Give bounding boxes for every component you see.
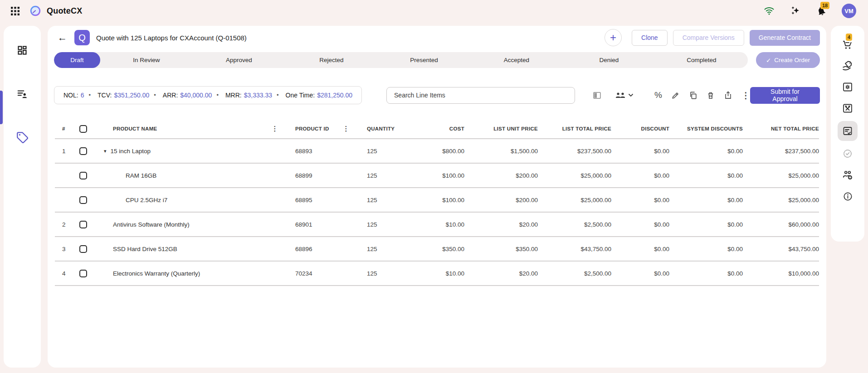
row-checkbox[interactable] — [79, 172, 87, 179]
copy-icon[interactable] — [689, 91, 697, 100]
discount: $0.00 — [611, 246, 669, 252]
row-checkbox[interactable] — [79, 270, 87, 277]
status-pipeline: Draft In Review Approved Rejected Presen… — [54, 52, 820, 68]
deal-hand-tag-icon[interactable] — [838, 57, 858, 74]
row-checkbox[interactable] — [79, 147, 87, 155]
stage-denied[interactable]: Denied — [563, 57, 655, 63]
product-name: CPU 2.5GHz i7 — [126, 197, 167, 203]
row-checkbox[interactable] — [79, 196, 87, 204]
compare-versions-button[interactable]: Compare Versions — [673, 30, 744, 46]
column-view-icon[interactable] — [592, 91, 602, 100]
search-line-items-input[interactable] — [386, 87, 575, 104]
more-options-icon[interactable]: ⋮ — [741, 90, 750, 101]
system-discounts: $0.00 — [669, 197, 743, 203]
col-net-total-price[interactable]: NET TOTAL PRICE — [743, 126, 819, 131]
col-system-discounts[interactable]: SYSTEM DISCOUNTS — [669, 126, 743, 131]
info-icon[interactable] — [838, 188, 858, 205]
quantity: 125 — [354, 270, 403, 277]
cart-icon[interactable]: 4 — [838, 36, 858, 53]
list-unit-price: $200.00 — [464, 197, 538, 203]
discount: $0.00 — [611, 148, 669, 155]
quantity: 125 — [354, 172, 403, 179]
delete-trash-icon[interactable] — [707, 91, 715, 100]
notifications-bell-icon[interactable]: 18 — [816, 6, 826, 16]
approval-badge-icon[interactable] — [838, 145, 858, 162]
net-total-price: $237,500.00 — [743, 148, 819, 155]
col-list-unit-price[interactable]: LIST UNIT PRICE — [464, 126, 538, 131]
right-sidebar: 4 — [831, 26, 864, 242]
discount: $0.00 — [611, 270, 669, 277]
system-discounts: $0.00 — [669, 221, 743, 228]
stage-in-review[interactable]: In Review — [100, 57, 193, 63]
user-avatar[interactable]: VM — [842, 4, 856, 18]
col-quantity[interactable]: QUANTITY — [354, 126, 403, 131]
quantity: 125 — [354, 221, 403, 228]
system-discounts: $0.00 — [669, 148, 743, 155]
net-total-price: $25,000.00 — [743, 197, 819, 203]
row-checkbox[interactable] — [79, 245, 87, 253]
edit-pencil-icon[interactable] — [671, 91, 680, 100]
col-product-id[interactable]: PRODUCT ID — [283, 126, 338, 131]
list-total-price: $2,500.00 — [538, 270, 611, 277]
stage-approved[interactable]: Approved — [193, 57, 285, 63]
net-total-price: $43,750.00 — [743, 246, 819, 252]
ai-sparkle-icon[interactable] — [790, 5, 801, 16]
product-name-column-menu-icon[interactable]: ⋮ — [267, 125, 283, 133]
sidebar-dashboard-icon[interactable] — [11, 39, 33, 61]
stage-rejected[interactable]: Rejected — [285, 57, 378, 63]
stage-draft[interactable]: Draft — [54, 52, 100, 68]
add-button[interactable]: + — [605, 29, 622, 46]
groups-icon[interactable] — [614, 91, 634, 99]
clone-button[interactable]: Clone — [632, 30, 668, 46]
product-id-column-menu-icon[interactable]: ⋮ — [338, 125, 354, 133]
select-all-checkbox[interactable] — [79, 125, 87, 133]
nol-value: 6 — [81, 92, 84, 99]
product-name: Antivirus Software (Monthly) — [113, 221, 190, 228]
system-discounts: $0.00 — [669, 246, 743, 252]
expand-caret-icon[interactable]: ▾ — [104, 148, 107, 154]
list-total-price: $25,000.00 — [538, 197, 611, 203]
stage-completed[interactable]: Completed — [655, 57, 748, 63]
sidebar-accounts-icon[interactable] — [11, 83, 33, 105]
col-list-total-price[interactable]: LIST TOTAL PRICE — [538, 126, 611, 131]
arr-label: ARR: — [163, 92, 178, 99]
submit-for-approval-button[interactable]: Submit for Approval — [750, 87, 820, 104]
settings-frame-icon[interactable] — [838, 78, 858, 96]
sidebar-active-indicator — [0, 91, 3, 124]
mrr-value: $3,333.33 — [244, 92, 272, 99]
list-total-price: $25,000.00 — [538, 172, 611, 179]
quotecx-logo-icon — [29, 5, 41, 17]
col-discount[interactable]: DISCOUNT — [611, 126, 669, 131]
quote-summary-bar: NOL:6 TCV:$351,250.00 ARR:$40,000.00 MRR… — [54, 86, 362, 104]
product-id: 68901 — [283, 221, 338, 228]
list-unit-price: $1,500.00 — [464, 148, 538, 155]
generate-contract-button[interactable]: Generate Contract — [750, 30, 820, 46]
product-id: 68893 — [283, 148, 338, 155]
discount-percent-icon[interactable]: % — [654, 90, 662, 100]
one-time-value: $281,250.00 — [317, 92, 352, 99]
wifi-status-icon — [764, 6, 775, 15]
product-id: 68899 — [283, 172, 338, 179]
tcv-value: $351,250.00 — [114, 92, 149, 99]
back-button[interactable]: ← — [54, 30, 71, 45]
tcv-label: TCV: — [98, 92, 112, 99]
stage-presented[interactable]: Presented — [378, 57, 470, 63]
discount: $0.00 — [611, 172, 669, 179]
sidebar-quotes-tag-icon[interactable] — [11, 126, 33, 148]
product-name: Electronics Warranty (Quarterly) — [113, 270, 200, 277]
col-cost[interactable]: COST — [403, 126, 464, 131]
quote-header: ← Q Quote with 125 Laptops for CXAccount… — [54, 26, 820, 49]
table-row: 4 Electronics Warranty (Quarterly) 70234… — [55, 262, 819, 286]
tools-frame-icon[interactable] — [838, 100, 858, 117]
create-order-button[interactable]: ✓ Create Order — [756, 52, 820, 68]
row-checkbox[interactable] — [79, 221, 87, 228]
col-product-name[interactable]: PRODUCT NAME — [95, 126, 267, 131]
line-items-panel-icon[interactable] — [838, 121, 858, 141]
share-export-icon[interactable] — [724, 91, 732, 100]
cart-count-badge: 4 — [846, 34, 852, 41]
stage-accepted[interactable]: Accepted — [470, 57, 563, 63]
team-add-icon[interactable] — [838, 166, 858, 184]
quote-type-icon: Q — [74, 30, 90, 45]
product-name: 15 inch Laptop — [111, 148, 151, 155]
app-grid-menu-icon[interactable] — [11, 7, 20, 15]
